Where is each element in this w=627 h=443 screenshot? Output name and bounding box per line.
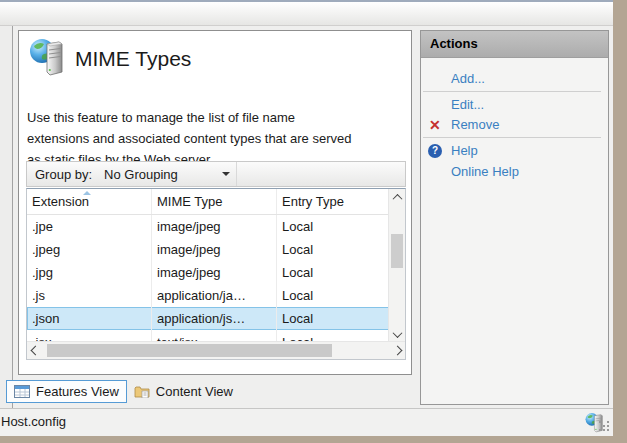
actions-panel-title: Actions xyxy=(421,31,608,58)
feature-description-line: Use this feature to manage the list of f… xyxy=(27,107,413,128)
table-row[interactable]: .jpg image/jpeg Local xyxy=(27,261,389,284)
scroll-up-button[interactable] xyxy=(389,189,405,205)
vertical-scroll-thumb[interactable] xyxy=(391,234,403,268)
status-bar: Host.config xyxy=(0,408,613,436)
desktop-edge-right xyxy=(613,0,627,443)
group-by-bar: Group by: No Grouping xyxy=(26,161,406,187)
sort-ascending-icon xyxy=(83,191,91,195)
column-header-mime-type[interactable]: MIME Type xyxy=(152,189,277,214)
desktop-edge-bottom xyxy=(0,436,627,443)
toolbar-strip xyxy=(0,0,613,26)
chevron-down-icon xyxy=(392,328,402,338)
group-by-dropdown[interactable]: No Grouping xyxy=(100,162,237,186)
help-question-icon: ? xyxy=(428,144,442,158)
feature-view-panel: MIME Types Use this feature to manage th… xyxy=(18,30,412,375)
table-row[interactable]: .jpeg image/jpeg Local xyxy=(27,238,389,261)
edit-action-link[interactable]: Edit... xyxy=(421,95,608,115)
table-row[interactable]: .jpe image/jpeg Local xyxy=(27,215,389,238)
page-title: MIME Types xyxy=(75,47,191,71)
pane-splitter[interactable] xyxy=(0,26,13,408)
content-view-icon xyxy=(134,385,150,398)
tab-label: Features View xyxy=(36,384,119,399)
horizontal-scrollbar[interactable] xyxy=(27,341,405,359)
globe-server-icon xyxy=(29,37,69,77)
tab-label: Content View xyxy=(156,384,233,399)
group-by-value: No Grouping xyxy=(104,167,178,182)
scroll-right-button[interactable] xyxy=(389,342,405,358)
features-view-icon xyxy=(14,385,30,398)
vertical-scrollbar[interactable] xyxy=(388,189,405,342)
group-by-label: Group by: xyxy=(27,167,100,182)
table-row[interactable]: .js application/ja… Local xyxy=(27,284,389,307)
actions-panel: Actions Add... Edit... ✕ Remove ? Help O… xyxy=(420,30,609,405)
scroll-down-button[interactable] xyxy=(389,326,405,342)
scroll-left-button[interactable] xyxy=(27,342,43,358)
horizontal-scroll-thumb[interactable] xyxy=(47,344,332,357)
configuration-path-text: Host.config xyxy=(1,414,66,429)
chevron-up-icon xyxy=(392,193,402,203)
chevron-right-icon xyxy=(392,345,402,355)
mime-types-table: Extension MIME Type Entry Type .jpe imag… xyxy=(26,188,406,360)
iis-manager-window: MIME Types Use this feature to manage th… xyxy=(0,0,627,443)
help-action-link[interactable]: ? Help xyxy=(421,141,608,161)
feature-description-line: extensions and associated content types … xyxy=(27,128,413,149)
tab-features-view[interactable]: Features View xyxy=(6,380,127,403)
actions-separator xyxy=(423,137,601,138)
chevron-left-icon xyxy=(30,345,40,355)
resize-grip[interactable] xyxy=(599,421,611,433)
actions-separator xyxy=(423,91,601,92)
column-header-extension[interactable]: Extension xyxy=(27,189,152,214)
remove-x-icon: ✕ xyxy=(429,115,441,135)
table-row-selected[interactable]: .json application/js… Local xyxy=(27,307,389,330)
column-header-entry-type[interactable]: Entry Type xyxy=(277,189,388,214)
chevron-down-icon xyxy=(222,172,230,176)
tab-content-view[interactable]: Content View xyxy=(127,380,240,403)
table-header: Extension MIME Type Entry Type xyxy=(27,189,389,215)
add-action-link[interactable]: Add... xyxy=(421,69,608,89)
remove-action-link[interactable]: ✕ Remove xyxy=(421,115,608,135)
online-help-action-link[interactable]: Online Help xyxy=(421,162,608,182)
table-body: .jpe image/jpeg Local .jpeg image/jpeg L… xyxy=(27,215,389,343)
view-tabs: Features View Content View xyxy=(6,379,240,403)
